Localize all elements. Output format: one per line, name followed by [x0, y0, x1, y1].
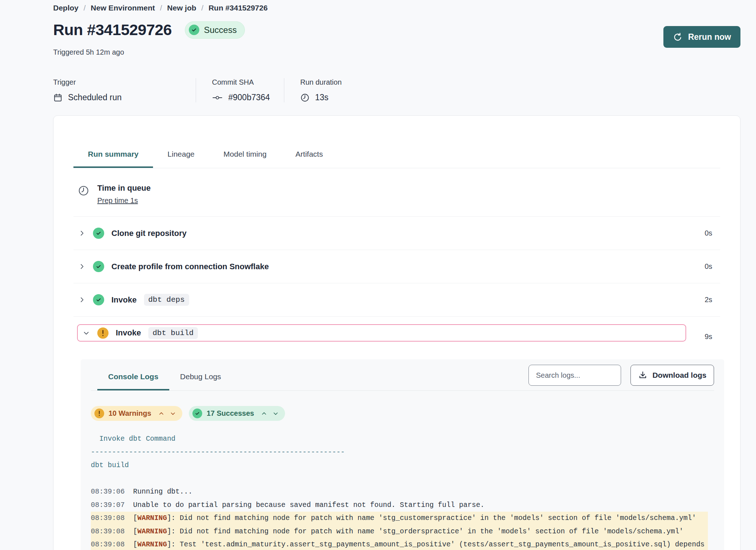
commit-icon: [212, 93, 223, 102]
chevron-down-icon: [82, 330, 90, 337]
log-line: 08:39:07 Unable to do partial parsing be…: [91, 499, 708, 512]
tab-lineage[interactable]: Lineage: [153, 140, 209, 168]
rerun-now-button[interactable]: Rerun now: [663, 26, 740, 48]
meta-trigger-label: Trigger: [53, 78, 181, 86]
meta-commit-label: Commit SHA: [212, 78, 269, 86]
log-timestamp: 08:39:07: [91, 501, 125, 509]
step-title: Create profile from connection Snowflake: [111, 262, 269, 271]
run-tabs: Run summaryLineageModel timingArtifacts: [73, 140, 720, 168]
step-row[interactable]: Invoke dbt build 9s: [73, 317, 720, 356]
clock-icon: [78, 185, 89, 196]
time-in-queue-section: Time in queue Prep time 1s: [73, 168, 720, 217]
caret-up-icon[interactable]: [158, 411, 164, 416]
download-icon: [638, 371, 647, 380]
log-actions: Download logs: [528, 365, 714, 386]
log-level-warning: WARNING: [137, 541, 167, 549]
clock-icon: [300, 93, 310, 102]
step-row[interactable]: Create profile from connection Snowflake…: [73, 250, 720, 283]
chevron-right-icon: [78, 296, 86, 303]
successes-badge-label: 17 Successes: [207, 409, 254, 418]
warnings-badge-label: 10 Warnings: [109, 409, 151, 418]
rerun-now-label: Rerun now: [688, 32, 731, 42]
step-row[interactable]: Invoke dbt deps 2s: [73, 283, 720, 317]
refresh-icon: [673, 32, 683, 42]
meta-duration-value: 13s: [315, 93, 328, 102]
check-circle-icon: [189, 25, 199, 35]
check-circle-icon: [192, 409, 202, 418]
breadcrumb-item[interactable]: Deploy: [53, 4, 78, 12]
download-logs-label: Download logs: [653, 371, 706, 380]
log-line: dbt build: [91, 459, 708, 472]
log-line: [91, 472, 708, 486]
breadcrumb-separator: /: [201, 4, 204, 12]
triggered-ago: Triggered 5h 12m ago: [53, 48, 245, 56]
log-level-warning: WARNING: [137, 514, 167, 522]
log-header: Console LogsDebug Logs Download logs: [91, 359, 714, 391]
log-panel: Console LogsDebug Logs Download logs: [81, 359, 724, 550]
breadcrumb-separator: /: [84, 4, 86, 12]
log-line: ----------------------------------------…: [91, 446, 708, 459]
breadcrumb-separator: /: [160, 4, 162, 12]
log-tab-debug-logs[interactable]: Debug Logs: [169, 364, 232, 390]
log-timestamp: 08:39:08: [91, 528, 125, 536]
search-logs-input[interactable]: [528, 365, 621, 386]
successes-badge[interactable]: 17 Successes: [189, 406, 285, 421]
success-check-icon: [93, 294, 104, 305]
caret-up-icon[interactable]: [261, 411, 267, 416]
warnings-badge[interactable]: 10 Warnings: [91, 406, 182, 421]
chevron-right-icon: [78, 263, 86, 270]
step-command-chip: dbt build: [148, 327, 198, 339]
warning-icon: [97, 327, 109, 339]
log-line: 08:39:08 [WARNING]: Test 'test.admin_mat…: [91, 538, 708, 550]
warning-icon: [94, 409, 104, 418]
log-count-badges: 10 Warnings 17 Successes: [91, 406, 714, 421]
meta-trigger-value: Scheduled run: [68, 93, 122, 102]
meta-commit-value: #900b7364: [228, 93, 270, 102]
chevron-right-icon: [78, 230, 86, 237]
tab-run-summary[interactable]: Run summary: [73, 140, 153, 168]
console-log-output: Invoke dbt Command----------------------…: [91, 432, 708, 550]
step-duration: 2s: [695, 296, 720, 304]
run-summary-card: Run summaryLineageModel timingArtifacts …: [53, 115, 740, 550]
log-timestamp: 08:39:06: [91, 488, 125, 496]
time-in-queue-title: Time in queue: [97, 183, 151, 193]
run-meta: Trigger Scheduled run Commit SHA #900b73…: [53, 78, 756, 102]
log-level-warning: WARNING: [137, 528, 167, 536]
download-logs-button[interactable]: Download logs: [630, 365, 714, 386]
log-tabs: Console LogsDebug Logs: [97, 364, 232, 390]
title-block: Run #341529726 Success Triggered 5h 12m …: [53, 21, 245, 56]
calendar-icon: [53, 93, 63, 102]
caret-down-icon[interactable]: [170, 411, 176, 416]
step-duration: 9s: [695, 333, 720, 341]
breadcrumb-item[interactable]: Run #341529726: [208, 4, 267, 12]
log-line: Invoke dbt Command: [91, 432, 708, 446]
prep-time-link[interactable]: Prep time 1s: [97, 196, 138, 205]
step-row[interactable]: Clone git repository 0s: [73, 217, 720, 250]
tab-artifacts[interactable]: Artifacts: [281, 140, 337, 168]
run-page: Deploy/New Environment/New job/Run #3415…: [0, 0, 756, 550]
tab-model-timing[interactable]: Model timing: [209, 140, 281, 168]
log-line: 08:39:06 Running dbt...: [91, 485, 708, 499]
success-check-icon: [93, 228, 104, 239]
caret-down-icon[interactable]: [273, 411, 279, 416]
log-line: 08:39:08 [WARNING]: Did not find matchin…: [91, 512, 708, 525]
breadcrumb-item[interactable]: New Environment: [91, 4, 155, 12]
step-duration: 0s: [695, 262, 720, 271]
breadcrumb-item[interactable]: New job: [167, 4, 196, 12]
page-title: Run #341529726: [53, 21, 172, 39]
meta-duration: Run duration 13s: [284, 78, 356, 102]
log-timestamp: 08:39:08: [91, 514, 125, 522]
meta-commit: Commit SHA #900b7364: [196, 78, 284, 102]
success-check-icon: [93, 261, 104, 272]
breadcrumb: Deploy/New Environment/New job/Run #3415…: [53, 1, 756, 14]
status-badge-label: Success: [204, 25, 237, 35]
step-duration: 0s: [695, 229, 720, 237]
log-timestamp: 08:39:08: [91, 541, 125, 549]
meta-trigger: Trigger Scheduled run: [53, 78, 196, 102]
meta-duration-label: Run duration: [300, 78, 342, 86]
step-command-chip: dbt deps: [144, 294, 189, 306]
step-title: Invoke: [111, 295, 137, 305]
step-title: Invoke: [116, 328, 141, 338]
log-tab-console-logs[interactable]: Console Logs: [97, 364, 169, 390]
page-header: Run #341529726 Success Triggered 5h 12m …: [53, 21, 740, 56]
